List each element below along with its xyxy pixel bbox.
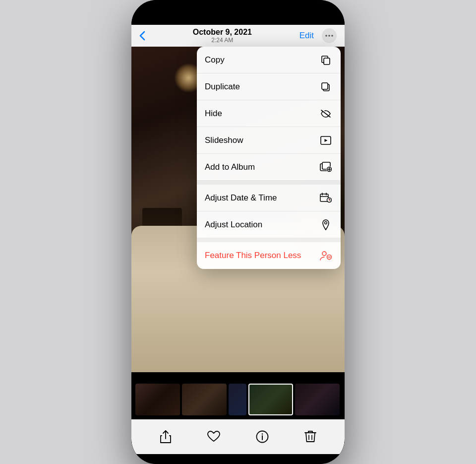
- svg-rect-11: [322, 83, 328, 89]
- status-bar: 3:23: [131, 0, 345, 25]
- person-less-icon: [319, 249, 333, 263]
- heart-button[interactable]: [203, 426, 225, 448]
- svg-rect-5: [318, 13, 327, 18]
- nav-title: October 9, 2021 2:24 AM: [193, 28, 252, 44]
- thumbnail-5[interactable]: [295, 384, 340, 415]
- menu-item-adjust-datetime-label: Adjust Date & Time: [205, 193, 277, 203]
- menu-item-feature-less[interactable]: Feature This Person Less: [197, 242, 341, 269]
- menu-item-slideshow[interactable]: Slideshow: [197, 127, 341, 154]
- more-button[interactable]: [322, 28, 337, 43]
- signal-icon: [294, 12, 303, 18]
- menu-item-copy-label: Copy: [205, 55, 225, 65]
- thumbnail-strip: [131, 380, 345, 419]
- edit-button[interactable]: Edit: [299, 31, 314, 41]
- menu-separator-2: [197, 238, 341, 242]
- nav-bar: October 9, 2021 2:24 AM Edit: [131, 25, 345, 47]
- svg-point-28: [322, 252, 326, 256]
- album-icon: [319, 160, 333, 174]
- svg-point-26: [329, 199, 330, 200]
- svg-point-27: [325, 221, 327, 224]
- svg-rect-1: [297, 15, 298, 18]
- nav-time: 2:24 AM: [193, 37, 252, 44]
- svg-rect-0: [294, 16, 296, 18]
- menu-item-duplicate[interactable]: Duplicate: [197, 73, 341, 100]
- svg-rect-2: [299, 13, 300, 18]
- thumbnail-4[interactable]: [248, 384, 293, 415]
- svg-point-8: [331, 35, 333, 37]
- battery-icon: [317, 12, 331, 19]
- bottom-toolbar: [131, 419, 345, 454]
- nav-date: October 9, 2021: [193, 28, 252, 37]
- info-button[interactable]: [251, 426, 273, 448]
- menu-item-slideshow-label: Slideshow: [205, 135, 243, 145]
- thumbnail-2[interactable]: [182, 384, 227, 415]
- home-indicator: [208, 459, 268, 461]
- nav-right: Edit: [299, 28, 337, 43]
- status-time: 3:23: [145, 10, 162, 20]
- wifi-icon: [306, 12, 314, 18]
- delete-button[interactable]: [299, 426, 321, 448]
- menu-item-feature-less-label: Feature This Person Less: [205, 251, 301, 261]
- duplicate-icon: [319, 80, 333, 94]
- svg-rect-9: [324, 58, 330, 65]
- context-menu: Copy Duplicate: [197, 47, 341, 269]
- phone-screen: 3:23: [131, 0, 345, 464]
- svg-point-7: [328, 35, 330, 37]
- slideshow-icon: [319, 133, 333, 147]
- menu-item-adjust-datetime[interactable]: Adjust Date & Time: [197, 185, 341, 211]
- calendar-clock-icon: [319, 191, 333, 205]
- thumbnail-1[interactable]: [135, 384, 180, 415]
- thumbnail-3[interactable]: [229, 384, 246, 415]
- share-button[interactable]: [155, 426, 177, 448]
- svg-rect-3: [301, 12, 303, 18]
- menu-item-hide[interactable]: Hide: [197, 100, 341, 127]
- menu-item-hide-label: Hide: [205, 109, 222, 119]
- copy-icon: [319, 53, 333, 67]
- menu-item-duplicate-label: Duplicate: [205, 82, 240, 92]
- svg-point-6: [325, 35, 327, 37]
- menu-separator: [197, 181, 341, 185]
- back-button[interactable]: [139, 31, 145, 41]
- hide-icon: [319, 107, 333, 121]
- svg-point-34: [262, 433, 263, 434]
- menu-item-copy[interactable]: Copy: [197, 47, 341, 73]
- menu-item-adjust-location-label: Adjust Location: [205, 220, 262, 230]
- menu-item-adjust-location[interactable]: Adjust Location: [197, 211, 341, 238]
- menu-item-add-album-label: Add to Album: [205, 162, 255, 172]
- phone-frame: 3:23: [131, 0, 345, 464]
- location-icon: [319, 218, 333, 232]
- status-icons: [294, 12, 331, 19]
- menu-item-add-album[interactable]: Add to Album: [197, 154, 341, 181]
